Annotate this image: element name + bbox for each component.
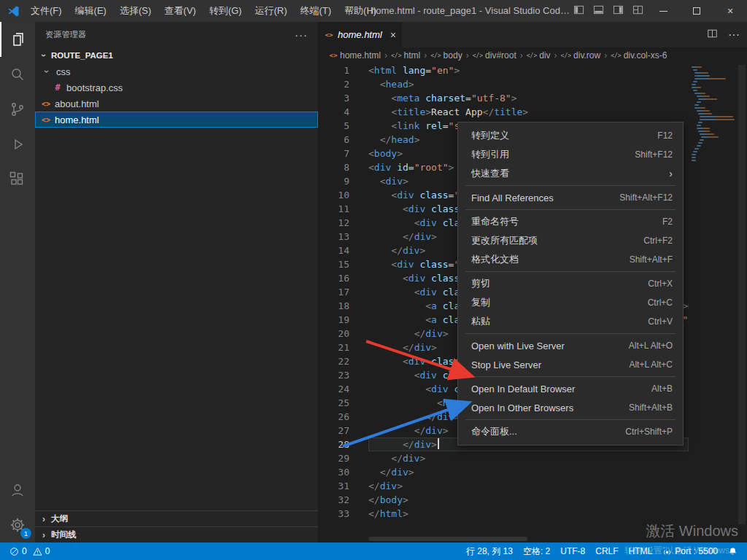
line-number[interactable]: 26 <box>319 410 368 424</box>
indentation[interactable]: 空格: 2 <box>518 542 555 560</box>
line-number[interactable]: 30 <box>319 465 368 479</box>
run-debug-icon[interactable] <box>0 127 35 162</box>
line-number[interactable]: 4 <box>319 105 368 119</box>
line-number[interactable]: 14 <box>319 244 368 257</box>
menubar-item[interactable]: 转到(G) <box>203 0 249 22</box>
context-menu-item[interactable]: Stop Live ServerAlt+L Alt+C <box>458 355 683 374</box>
menubar-item[interactable]: 终端(T) <box>293 0 338 22</box>
menubar-item[interactable]: 选择(S) <box>113 0 158 22</box>
encoding[interactable]: UTF-8 <box>555 542 590 560</box>
settings-gear-icon[interactable]: 1 <box>0 508 35 542</box>
source-control-icon[interactable] <box>0 92 35 127</box>
context-menu-item[interactable]: 快速查看› <box>458 164 683 183</box>
context-menu-item[interactable]: 复制Ctrl+C <box>458 293 683 312</box>
tab-home-html[interactable]: <> home.html × <box>319 22 402 47</box>
code-line[interactable]: </html> <box>368 507 689 521</box>
line-number[interactable]: 27 <box>319 424 368 438</box>
search-icon[interactable] <box>0 57 35 92</box>
line-number[interactable]: 19 <box>319 313 368 327</box>
sidebar-panel-outline[interactable]: ›大纲 <box>35 510 318 526</box>
context-menu-item[interactable]: 更改所有匹配项Ctrl+F2 <box>458 231 683 250</box>
line-number[interactable]: 12 <box>319 216 368 230</box>
line-number[interactable]: 6 <box>319 133 368 147</box>
close-button[interactable]: × <box>713 0 747 22</box>
toggle-sidebar-icon[interactable] <box>573 4 584 18</box>
tree-item-about-html[interactable]: <>about.html <box>35 96 318 112</box>
code-line[interactable]: </div> <box>368 479 689 493</box>
line-number[interactable]: 33 <box>319 507 368 521</box>
context-menu-item[interactable]: 转到引用Shift+F12 <box>458 145 683 164</box>
editor-more-actions-icon[interactable]: ··· <box>728 28 740 42</box>
line-number[interactable]: 17 <box>319 285 368 299</box>
line-number[interactable]: 23 <box>319 368 368 382</box>
code-line[interactable]: <meta charset="utf-8"> <box>368 91 689 105</box>
line-number[interactable]: 11 <box>319 202 368 216</box>
line-number[interactable]: 2 <box>319 77 368 91</box>
breadcrumb-item[interactable]: </>html <box>391 50 420 61</box>
cursor-position[interactable]: 行 28, 列 13 <box>461 542 518 560</box>
line-number[interactable]: 20 <box>319 327 368 341</box>
context-menu-item[interactable]: Open with Live ServerAlt+L Alt+O <box>458 336 683 355</box>
context-menu-item[interactable]: 命令面板...Ctrl+Shift+P <box>458 422 683 441</box>
line-number[interactable]: 21 <box>319 341 368 354</box>
line-number[interactable]: 18 <box>319 299 368 313</box>
code-line[interactable]: <head> <box>368 77 689 91</box>
line-number[interactable]: 10 <box>319 188 368 202</box>
project-root-row[interactable]: › ROUTE_PAGE1 <box>35 47 318 63</box>
split-editor-icon[interactable] <box>707 28 718 42</box>
maximize-button[interactable] <box>680 0 713 22</box>
customize-layout-icon[interactable] <box>632 4 643 18</box>
eol-sequence[interactable]: CRLF <box>590 542 623 560</box>
menubar-item[interactable]: 运行(R) <box>248 0 293 22</box>
line-number[interactable]: 13 <box>319 230 368 244</box>
breadcrumb-item[interactable]: </>div <box>527 50 551 61</box>
toggle-secondary-sidebar-icon[interactable] <box>613 4 624 18</box>
code-line[interactable]: </div> <box>368 465 689 479</box>
horizontal-scrollbar[interactable] <box>368 537 674 541</box>
menubar-item[interactable]: 编辑(E) <box>69 0 113 22</box>
code-line[interactable]: <title>React App</title> <box>368 105 689 119</box>
explorer-actions-icon[interactable]: ··· <box>295 28 308 41</box>
line-number[interactable]: 31 <box>319 479 368 493</box>
context-menu-item[interactable]: Open In Other BrowsersShift+Alt+B <box>458 398 683 417</box>
line-number[interactable]: 9 <box>319 174 368 188</box>
breadcrumb-item[interactable]: </>div.row <box>561 50 601 61</box>
context-menu-item[interactable]: Open In Default BrowserAlt+B <box>458 379 683 398</box>
line-number[interactable]: 16 <box>319 271 368 285</box>
code-line[interactable]: <html lang="en"> <box>368 63 689 77</box>
minimize-button[interactable] <box>646 0 680 22</box>
tree-item-home-html[interactable]: <>home.html <box>35 112 318 128</box>
line-number[interactable]: 32 <box>319 493 368 507</box>
line-number[interactable]: 28 <box>319 438 368 451</box>
menubar-item[interactable]: 文件(F) <box>24 0 69 22</box>
breadcrumb-item[interactable]: </>body <box>430 50 462 61</box>
line-number[interactable]: 7 <box>319 147 368 160</box>
context-menu-item[interactable]: 重命名符号F2 <box>458 212 683 231</box>
close-tab-icon[interactable]: × <box>390 30 396 40</box>
line-number[interactable]: 25 <box>319 396 368 410</box>
problems-indicator[interactable]: 0 0 <box>4 542 55 560</box>
extensions-icon[interactable] <box>0 162 35 197</box>
code-line[interactable]: </body> <box>368 493 689 507</box>
explorer-icon[interactable] <box>0 22 35 57</box>
line-number[interactable]: 3 <box>319 91 368 105</box>
line-number[interactable]: 24 <box>319 382 368 396</box>
line-number[interactable]: 1 <box>319 63 368 77</box>
breadcrumb-item[interactable]: <>home.html <box>329 50 381 61</box>
context-menu-item[interactable]: 剪切Ctrl+X <box>458 274 683 293</box>
context-menu-item[interactable]: Find All ReferencesShift+Alt+F12 <box>458 188 683 207</box>
breadcrumb-item[interactable]: </>div#root <box>473 50 516 61</box>
sidebar-panel-timeline[interactable]: ›时间线 <box>35 526 318 542</box>
tree-item-css-folder[interactable]: ›css <box>35 63 318 79</box>
code-line[interactable]: </div> <box>368 451 689 465</box>
line-number[interactable]: 29 <box>319 451 368 465</box>
line-number[interactable]: 22 <box>319 354 368 368</box>
line-number[interactable]: 8 <box>319 160 368 174</box>
context-menu-item[interactable]: 转到定义F12 <box>458 126 683 145</box>
context-menu-item[interactable]: 格式化文档Shift+Alt+F <box>458 250 683 269</box>
menubar-item[interactable]: 查看(V) <box>158 0 202 22</box>
vertical-scrollbar[interactable] <box>737 63 747 542</box>
line-number[interactable]: 5 <box>319 119 368 133</box>
breadcrumb-item[interactable]: </>div.col-xs-6 <box>611 50 667 61</box>
accounts-icon[interactable] <box>0 472 35 508</box>
